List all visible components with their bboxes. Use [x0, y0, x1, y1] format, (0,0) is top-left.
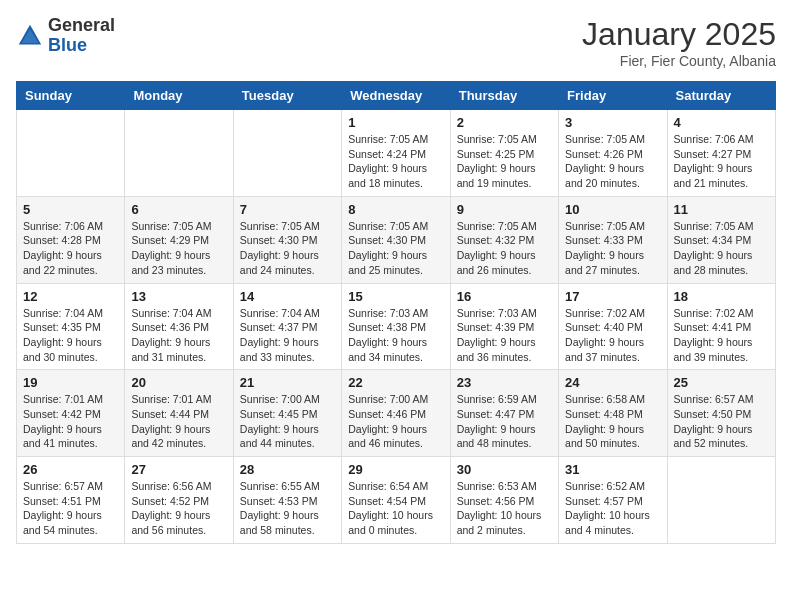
- day-info: Sunrise: 6:55 AMSunset: 4:53 PMDaylight:…: [240, 479, 335, 538]
- week-row-2: 5Sunrise: 7:06 AMSunset: 4:28 PMDaylight…: [17, 196, 776, 283]
- title-block: January 2025 Fier, Fier County, Albania: [582, 16, 776, 69]
- calendar-cell: 10Sunrise: 7:05 AMSunset: 4:33 PMDayligh…: [559, 196, 667, 283]
- calendar-cell: 1Sunrise: 7:05 AMSunset: 4:24 PMDaylight…: [342, 110, 450, 197]
- day-number: 2: [457, 115, 552, 130]
- day-info: Sunrise: 7:00 AMSunset: 4:46 PMDaylight:…: [348, 392, 443, 451]
- day-number: 31: [565, 462, 660, 477]
- day-number: 17: [565, 289, 660, 304]
- calendar-cell: 4Sunrise: 7:06 AMSunset: 4:27 PMDaylight…: [667, 110, 775, 197]
- calendar-cell: 24Sunrise: 6:58 AMSunset: 4:48 PMDayligh…: [559, 370, 667, 457]
- logo-icon: [16, 22, 44, 50]
- calendar-cell: 5Sunrise: 7:06 AMSunset: 4:28 PMDaylight…: [17, 196, 125, 283]
- calendar-cell: 20Sunrise: 7:01 AMSunset: 4:44 PMDayligh…: [125, 370, 233, 457]
- day-info: Sunrise: 7:01 AMSunset: 4:44 PMDaylight:…: [131, 392, 226, 451]
- calendar-cell: 19Sunrise: 7:01 AMSunset: 4:42 PMDayligh…: [17, 370, 125, 457]
- calendar-table: SundayMondayTuesdayWednesdayThursdayFrid…: [16, 81, 776, 544]
- calendar-cell: 8Sunrise: 7:05 AMSunset: 4:30 PMDaylight…: [342, 196, 450, 283]
- logo-general: General: [48, 16, 115, 36]
- weekday-header-tuesday: Tuesday: [233, 82, 341, 110]
- day-info: Sunrise: 6:52 AMSunset: 4:57 PMDaylight:…: [565, 479, 660, 538]
- day-number: 28: [240, 462, 335, 477]
- day-number: 5: [23, 202, 118, 217]
- day-info: Sunrise: 7:00 AMSunset: 4:45 PMDaylight:…: [240, 392, 335, 451]
- day-number: 13: [131, 289, 226, 304]
- day-number: 14: [240, 289, 335, 304]
- calendar-cell: [17, 110, 125, 197]
- calendar-cell: 27Sunrise: 6:56 AMSunset: 4:52 PMDayligh…: [125, 457, 233, 544]
- day-info: Sunrise: 6:58 AMSunset: 4:48 PMDaylight:…: [565, 392, 660, 451]
- logo: General Blue: [16, 16, 115, 56]
- day-number: 30: [457, 462, 552, 477]
- week-row-5: 26Sunrise: 6:57 AMSunset: 4:51 PMDayligh…: [17, 457, 776, 544]
- calendar-cell: 16Sunrise: 7:03 AMSunset: 4:39 PMDayligh…: [450, 283, 558, 370]
- calendar-cell: [125, 110, 233, 197]
- day-number: 19: [23, 375, 118, 390]
- day-info: Sunrise: 7:06 AMSunset: 4:28 PMDaylight:…: [23, 219, 118, 278]
- calendar-cell: [233, 110, 341, 197]
- day-info: Sunrise: 7:03 AMSunset: 4:39 PMDaylight:…: [457, 306, 552, 365]
- weekday-header-sunday: Sunday: [17, 82, 125, 110]
- day-number: 20: [131, 375, 226, 390]
- day-info: Sunrise: 7:06 AMSunset: 4:27 PMDaylight:…: [674, 132, 769, 191]
- day-info: Sunrise: 7:02 AMSunset: 4:40 PMDaylight:…: [565, 306, 660, 365]
- calendar-cell: 2Sunrise: 7:05 AMSunset: 4:25 PMDaylight…: [450, 110, 558, 197]
- day-number: 4: [674, 115, 769, 130]
- day-info: Sunrise: 7:04 AMSunset: 4:36 PMDaylight:…: [131, 306, 226, 365]
- logo-blue: Blue: [48, 36, 115, 56]
- calendar-cell: 31Sunrise: 6:52 AMSunset: 4:57 PMDayligh…: [559, 457, 667, 544]
- calendar-cell: [667, 457, 775, 544]
- day-number: 27: [131, 462, 226, 477]
- day-number: 29: [348, 462, 443, 477]
- day-info: Sunrise: 7:05 AMSunset: 4:24 PMDaylight:…: [348, 132, 443, 191]
- calendar-cell: 14Sunrise: 7:04 AMSunset: 4:37 PMDayligh…: [233, 283, 341, 370]
- calendar-cell: 23Sunrise: 6:59 AMSunset: 4:47 PMDayligh…: [450, 370, 558, 457]
- weekday-header-row: SundayMondayTuesdayWednesdayThursdayFrid…: [17, 82, 776, 110]
- calendar-cell: 17Sunrise: 7:02 AMSunset: 4:40 PMDayligh…: [559, 283, 667, 370]
- day-info: Sunrise: 6:57 AMSunset: 4:51 PMDaylight:…: [23, 479, 118, 538]
- day-number: 21: [240, 375, 335, 390]
- calendar-cell: 25Sunrise: 6:57 AMSunset: 4:50 PMDayligh…: [667, 370, 775, 457]
- day-info: Sunrise: 7:03 AMSunset: 4:38 PMDaylight:…: [348, 306, 443, 365]
- calendar-cell: 26Sunrise: 6:57 AMSunset: 4:51 PMDayligh…: [17, 457, 125, 544]
- calendar-cell: 22Sunrise: 7:00 AMSunset: 4:46 PMDayligh…: [342, 370, 450, 457]
- day-info: Sunrise: 7:05 AMSunset: 4:29 PMDaylight:…: [131, 219, 226, 278]
- weekday-header-wednesday: Wednesday: [342, 82, 450, 110]
- calendar-cell: 3Sunrise: 7:05 AMSunset: 4:26 PMDaylight…: [559, 110, 667, 197]
- calendar-cell: 12Sunrise: 7:04 AMSunset: 4:35 PMDayligh…: [17, 283, 125, 370]
- month-title: January 2025: [582, 16, 776, 53]
- day-number: 8: [348, 202, 443, 217]
- location-subtitle: Fier, Fier County, Albania: [582, 53, 776, 69]
- calendar-cell: 13Sunrise: 7:04 AMSunset: 4:36 PMDayligh…: [125, 283, 233, 370]
- day-number: 26: [23, 462, 118, 477]
- calendar-cell: 21Sunrise: 7:00 AMSunset: 4:45 PMDayligh…: [233, 370, 341, 457]
- day-info: Sunrise: 7:05 AMSunset: 4:26 PMDaylight:…: [565, 132, 660, 191]
- day-number: 11: [674, 202, 769, 217]
- day-number: 6: [131, 202, 226, 217]
- logo-text: General Blue: [48, 16, 115, 56]
- week-row-3: 12Sunrise: 7:04 AMSunset: 4:35 PMDayligh…: [17, 283, 776, 370]
- day-number: 24: [565, 375, 660, 390]
- day-number: 12: [23, 289, 118, 304]
- week-row-1: 1Sunrise: 7:05 AMSunset: 4:24 PMDaylight…: [17, 110, 776, 197]
- day-info: Sunrise: 6:57 AMSunset: 4:50 PMDaylight:…: [674, 392, 769, 451]
- day-number: 22: [348, 375, 443, 390]
- weekday-header-saturday: Saturday: [667, 82, 775, 110]
- day-info: Sunrise: 6:59 AMSunset: 4:47 PMDaylight:…: [457, 392, 552, 451]
- day-number: 16: [457, 289, 552, 304]
- weekday-header-friday: Friday: [559, 82, 667, 110]
- calendar-cell: 6Sunrise: 7:05 AMSunset: 4:29 PMDaylight…: [125, 196, 233, 283]
- day-info: Sunrise: 7:04 AMSunset: 4:37 PMDaylight:…: [240, 306, 335, 365]
- day-number: 9: [457, 202, 552, 217]
- day-info: Sunrise: 7:01 AMSunset: 4:42 PMDaylight:…: [23, 392, 118, 451]
- calendar-cell: 9Sunrise: 7:05 AMSunset: 4:32 PMDaylight…: [450, 196, 558, 283]
- calendar-cell: 29Sunrise: 6:54 AMSunset: 4:54 PMDayligh…: [342, 457, 450, 544]
- day-number: 23: [457, 375, 552, 390]
- day-info: Sunrise: 7:05 AMSunset: 4:30 PMDaylight:…: [348, 219, 443, 278]
- day-number: 3: [565, 115, 660, 130]
- day-info: Sunrise: 6:56 AMSunset: 4:52 PMDaylight:…: [131, 479, 226, 538]
- day-number: 7: [240, 202, 335, 217]
- day-info: Sunrise: 7:02 AMSunset: 4:41 PMDaylight:…: [674, 306, 769, 365]
- day-info: Sunrise: 7:04 AMSunset: 4:35 PMDaylight:…: [23, 306, 118, 365]
- calendar-cell: 7Sunrise: 7:05 AMSunset: 4:30 PMDaylight…: [233, 196, 341, 283]
- week-row-4: 19Sunrise: 7:01 AMSunset: 4:42 PMDayligh…: [17, 370, 776, 457]
